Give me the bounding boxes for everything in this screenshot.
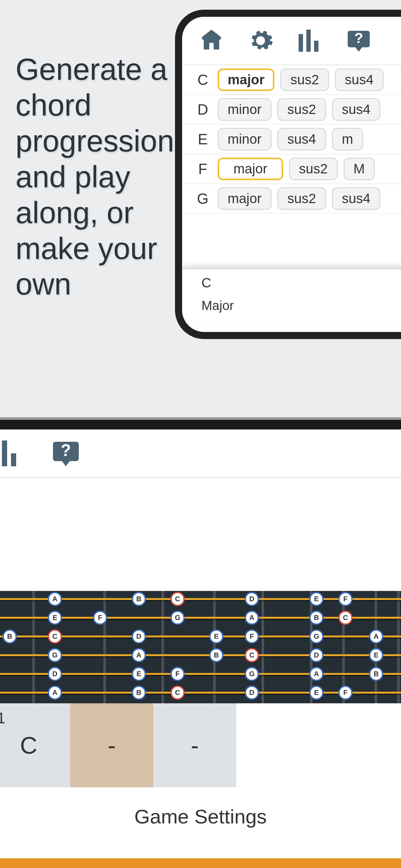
chord-chip[interactable]: sus4	[335, 68, 383, 91]
fret-wire	[397, 591, 400, 703]
orange-strip	[0, 858, 401, 868]
chord-root: F	[194, 160, 212, 178]
chord-chip[interactable]: minor	[218, 98, 272, 121]
fret-note[interactable]: F	[338, 592, 352, 606]
fret-note[interactable]: G	[309, 629, 323, 644]
chord-chip[interactable]: sus2	[277, 98, 326, 121]
fret-note[interactable]: D	[245, 686, 259, 700]
help-icon[interactable]: ?	[50, 438, 81, 469]
toolbar: ?	[182, 17, 401, 65]
fret-note[interactable]: A	[369, 629, 383, 644]
chord-chip[interactable]: sus4	[277, 128, 326, 151]
stats-icon[interactable]	[297, 27, 323, 54]
fret-note[interactable]: E	[132, 667, 146, 681]
chord-chip[interactable]: minor	[218, 128, 272, 151]
progression-cell[interactable]: C	[0, 703, 70, 787]
svg-rect-2	[314, 41, 319, 52]
fret-wire	[161, 591, 164, 703]
fret-note[interactable]: A	[132, 648, 146, 662]
chord-chip[interactable]: major	[218, 68, 274, 91]
chord-root: G	[194, 190, 212, 207]
chord-root: E	[194, 130, 212, 148]
svg-rect-0	[299, 34, 303, 52]
fret-note[interactable]: G	[48, 648, 62, 662]
fret-note[interactable]: C	[48, 629, 62, 644]
svg-text:?: ?	[61, 441, 71, 460]
fret-note[interactable]: E	[209, 629, 223, 644]
fret-wire	[103, 591, 106, 703]
fret-note[interactable]: D	[48, 667, 62, 681]
fret-note[interactable]: D	[245, 592, 259, 606]
chord-chip[interactable]: major	[218, 158, 283, 180]
fret-wire	[261, 591, 264, 703]
fret-note[interactable]: F	[338, 686, 352, 700]
fret-note[interactable]: D	[132, 629, 146, 644]
svg-rect-5	[2, 440, 7, 466]
fret-note[interactable]: E	[48, 611, 62, 625]
phone-mock-top: ? Cmajorsus2sus4Dminorsus2sus4Eminorsus4…	[175, 10, 401, 339]
chord-chip[interactable]: sus2	[280, 68, 329, 91]
fret-note[interactable]: C	[171, 592, 185, 606]
svg-text:?: ?	[354, 30, 363, 46]
selected-chord-footer: C Major	[182, 269, 401, 327]
fret-wire	[213, 591, 216, 703]
svg-rect-1	[306, 30, 311, 52]
fret-note[interactable]: C	[171, 686, 185, 700]
progression-bar: 1 C--	[0, 703, 236, 787]
home-icon[interactable]	[198, 27, 225, 54]
fret-note[interactable]: A	[245, 611, 259, 625]
fret-note[interactable]: C	[338, 611, 352, 625]
fret-note[interactable]: B	[132, 592, 146, 606]
game-settings-button[interactable]: Game Settings	[0, 787, 401, 845]
fret-note[interactable]: E	[309, 592, 323, 606]
fret-note[interactable]: F	[171, 667, 185, 681]
chord-row: Dminorsus2sus4	[182, 95, 401, 125]
fret-note[interactable]: D	[309, 648, 323, 662]
chord-chip[interactable]: sus4	[332, 98, 381, 121]
fret-note[interactable]: E	[309, 686, 323, 700]
fret-note[interactable]: E	[369, 648, 383, 662]
fret-wire	[374, 591, 377, 703]
progression-cell[interactable]: -	[70, 703, 153, 787]
help-icon[interactable]: ?	[345, 27, 372, 54]
footer-quality: Major	[202, 299, 388, 313]
stats-icon[interactable]	[0, 438, 21, 469]
gear-icon[interactable]	[247, 27, 274, 54]
fret-note[interactable]: F	[93, 611, 107, 625]
chord-chip[interactable]: M	[343, 158, 375, 180]
progression-cell[interactable]: -	[153, 703, 236, 787]
fret-note[interactable]: A	[48, 686, 62, 700]
fret-note[interactable]: B	[369, 667, 383, 681]
chord-row: Eminorsus4m	[182, 125, 401, 154]
marketing-headline: Generate a chord progression and play al…	[16, 52, 196, 302]
fret-note[interactable]: A	[48, 592, 62, 606]
phone-mock-bottom: ? BAECGDAFBDAEBCGFCEBDAFCGDEBGDAEFCFAEB …	[0, 420, 401, 868]
footer-root: C	[202, 275, 388, 290]
fret-note[interactable]: C	[245, 648, 259, 662]
fret-note[interactable]: G	[171, 611, 185, 625]
chord-row: Fmajorsus2M	[182, 154, 401, 184]
fret-note[interactable]: A	[309, 667, 323, 681]
fret-note[interactable]: B	[209, 648, 223, 662]
chord-chip[interactable]: sus2	[289, 158, 338, 180]
chord-chip[interactable]: m	[332, 128, 363, 151]
fret-wire	[32, 591, 35, 703]
chord-row: Gmajorsus2sus4	[182, 184, 401, 214]
fret-note[interactable]: B	[309, 611, 323, 625]
fret-note[interactable]: B	[3, 629, 17, 644]
chord-chip[interactable]: sus2	[277, 187, 326, 210]
chord-chip[interactable]: major	[218, 187, 272, 210]
fretboard[interactable]: BAECGDAFBDAEBCGFCEBDAFCGDEBGDAEFCFAEB	[0, 591, 401, 703]
chord-list: Cmajorsus2sus4Dminorsus2sus4Eminorsus4mF…	[182, 65, 401, 214]
fret-note[interactable]: F	[245, 629, 259, 644]
chord-root: D	[194, 101, 212, 118]
chord-chip[interactable]: sus4	[332, 187, 381, 210]
chord-row: Cmajorsus2sus4	[182, 65, 401, 95]
fret-note[interactable]: G	[245, 667, 259, 681]
toolbar: ?	[0, 430, 401, 478]
svg-rect-6	[11, 454, 16, 466]
chord-root: C	[194, 71, 212, 89]
fret-note[interactable]: B	[132, 686, 146, 700]
